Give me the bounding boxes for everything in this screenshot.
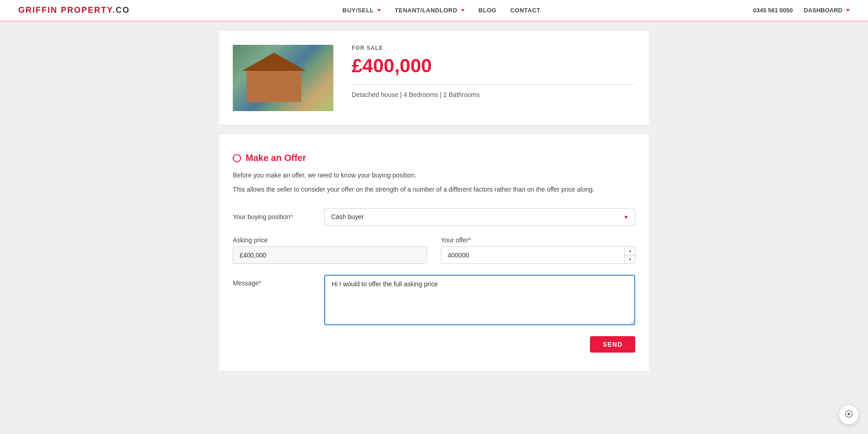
nav-buy-sell[interactable]: BUY/SELL (343, 7, 381, 14)
form-header: Make an Offer (233, 153, 635, 163)
asking-price-input[interactable] (233, 246, 427, 264)
make-offer-form: Make an Offer Before you make an offer, … (219, 134, 649, 371)
chevron-down-icon (461, 9, 465, 11)
message-textarea[interactable] (324, 275, 635, 325)
price-row: Asking price Your offer* ▲ ▼ (233, 236, 635, 264)
brand-logo[interactable]: GRIFFIN PROPERTY.Co (18, 5, 130, 15)
asking-price-group: Asking price (233, 236, 427, 264)
asking-price-label: Asking price (233, 236, 427, 244)
buying-position-select[interactable]: Cash buyer Mortgage in principle Need mo… (324, 208, 635, 225)
nav-links: BUY/SELL TENANT/LANDLORD BLOG CONTACT (343, 7, 541, 14)
buying-position-dropdown[interactable]: Cash buyer Mortgage in principle Need mo… (324, 208, 635, 225)
buying-position-label: Your buying position* (233, 213, 315, 220)
radio-icon (233, 154, 241, 162)
nav-tenant-landlord[interactable]: TENANT/LANDLORD (395, 7, 465, 14)
form-title: Make an Offer (246, 153, 306, 163)
form-actions: SEND (233, 336, 635, 353)
your-offer-wrapper: ▲ ▼ (441, 246, 635, 264)
your-offer-input[interactable] (441, 246, 635, 264)
dashboard-link[interactable]: DASHBOARD (804, 7, 850, 14)
main-content: FOR SALE £400,000 Detached house | 4 Bed… (210, 31, 658, 371)
your-offer-label: Your offer* (441, 236, 635, 244)
property-price: £400,000 (352, 55, 635, 77)
property-card: FOR SALE £400,000 Detached house | 4 Bed… (219, 31, 649, 125)
your-offer-group: Your offer* ▲ ▼ (441, 236, 635, 264)
nav-right: 0345 561 0050 DASHBOARD (753, 7, 850, 14)
message-label: Message* (233, 275, 315, 287)
chevron-down-icon (846, 9, 850, 11)
spinner-up-button[interactable]: ▲ (625, 246, 635, 256)
property-image (233, 45, 333, 111)
buying-position-row: Your buying position* Cash buyer Mortgag… (233, 208, 635, 225)
message-row: Message* (233, 275, 635, 325)
navigation: GRIFFIN PROPERTY.Co BUY/SELL TENANT/LAND… (0, 0, 868, 22)
for-sale-label: FOR SALE (352, 45, 635, 51)
nav-blog[interactable]: BLOG (478, 7, 497, 14)
property-info: FOR SALE £400,000 Detached house | 4 Bed… (352, 45, 635, 98)
form-desc-2: This allows the seller to consider your … (233, 185, 635, 194)
chevron-down-icon (377, 9, 381, 11)
property-details: Detached house | 4 Bedrooms | 2 Bathroom… (352, 91, 635, 98)
nav-contact[interactable]: CONTACT (510, 7, 541, 14)
send-button[interactable]: SEND (590, 336, 635, 353)
form-desc-1: Before you make an offer, we need to kno… (233, 171, 635, 180)
phone-number: 0345 561 0050 (753, 7, 793, 14)
number-spinners: ▲ ▼ (624, 246, 635, 264)
property-divider (352, 84, 635, 85)
spinner-down-button[interactable]: ▼ (625, 256, 635, 264)
